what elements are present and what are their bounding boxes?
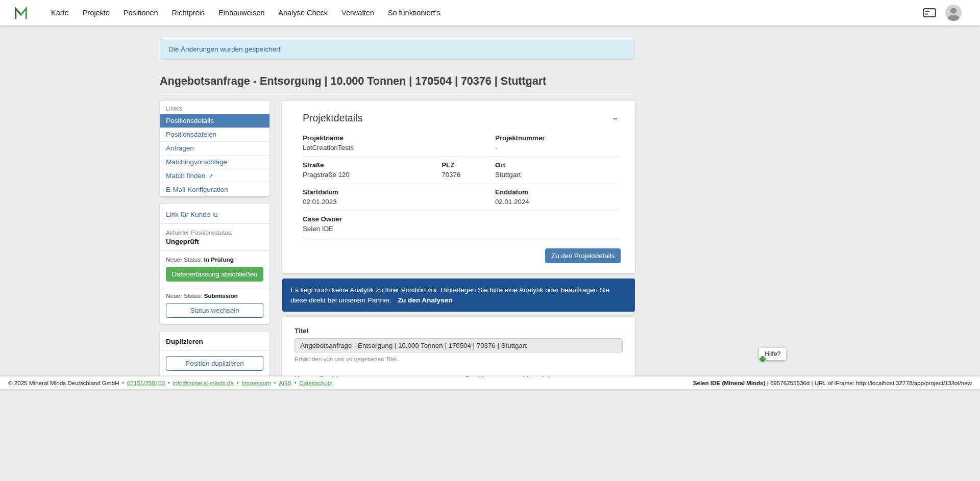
status-divider <box>160 223 270 224</box>
sidebar-item-anfragen[interactable]: Anfragen <box>160 142 270 156</box>
project-field-case-owner: Case OwnerSelen IDE <box>303 215 621 233</box>
footer-datenschutz-link[interactable]: Datenschutz <box>299 379 332 386</box>
new-status-label: Neuer Status: <box>166 256 202 263</box>
footer-left: © 2025 Mineral Minds Deutschland GmbH•07… <box>8 379 332 386</box>
current-status-value: Ungeprüft <box>166 238 263 245</box>
status-card: Link für Kunde⧉ Aktueller Positionsstatu… <box>160 204 270 324</box>
sidebar-item-positionsdetails[interactable]: Positionsdetails <box>160 114 270 128</box>
footer-email-link[interactable]: info@mineral-minds.de <box>173 379 234 386</box>
project-field-enddatum: Enddatum02.01.2024 <box>495 188 621 206</box>
sidebar-item-label: Match finden <box>166 172 205 180</box>
user-avatar[interactable] <box>945 5 962 21</box>
server-icon[interactable] <box>923 8 936 17</box>
footer-iframe-info: | 69576255536d | URL of iFrame: http://l… <box>765 379 972 386</box>
field-value: 02.01.2024 <box>495 198 616 206</box>
field-label: Projektname <box>303 134 490 142</box>
title-input <box>295 338 623 352</box>
footer-agb-link[interactable]: AGB <box>279 379 291 386</box>
sidebar: LINKS PositionsdetailsPositionsdateienAn… <box>160 101 270 376</box>
nav-item-analyse-check[interactable]: Analyse Check <box>278 9 328 17</box>
save-success-alert: Die Änderungen wurden gespeichert <box>160 39 635 60</box>
sidebar-item-positionsdateien[interactable]: Positionsdateien <box>160 128 270 142</box>
finish-data-entry-button[interactable]: Datenerfassung abschließen <box>166 267 263 282</box>
field-label: Startdatum <box>303 188 490 196</box>
project-field-projektname: ProjektnameLotCreationTests <box>303 134 495 151</box>
project-field-projektnummer: Projektnummer- <box>495 134 621 151</box>
footer-copyright: © 2025 Mineral Minds Deutschland GmbH <box>8 379 119 386</box>
sidebar-item-match-finden[interactable]: Match finden↗ <box>160 169 270 183</box>
external-link-icon: ↗ <box>208 173 213 179</box>
sidebar-item-e-mail-konfiguration[interactable]: E-Mail Konfiguration <box>160 183 270 196</box>
main-content: Projektdetails – ProjektnameLotCreationT… <box>282 101 635 376</box>
sidebar-links-card: LINKS PositionsdetailsPositionsdateienAn… <box>160 101 270 196</box>
nav-item-karte[interactable]: Karte <box>51 9 69 17</box>
analytics-banner: Es liegt noch keine Analytik zu Ihrer Po… <box>282 279 635 312</box>
duplicate-position-button[interactable]: Position duplizieren <box>166 356 263 371</box>
nav-item-einbauweisen[interactable]: Einbauweisen <box>218 9 264 17</box>
page-title: Angebotsanfrage - Entsorgung | 10.000 To… <box>160 75 635 88</box>
new-status-line: Neuer Status:Submission <box>166 292 263 299</box>
new-status-value: In Prüfung <box>204 256 233 263</box>
sidebar-item-matchingvorschläge[interactable]: Matchingvorschläge <box>160 156 270 169</box>
project-details-link-button[interactable]: Zu den Projektdetails <box>545 248 621 263</box>
field-value: LotCreationTests <box>303 144 490 151</box>
field-value: Stuttgart <box>495 171 616 179</box>
nav-item-richtpreis[interactable]: Richtpreis <box>172 9 205 17</box>
field-label: Case Owner <box>303 215 616 223</box>
field-value: 70376 <box>442 171 490 179</box>
project-field-startdatum: Startdatum02.01.2023 <box>303 188 495 206</box>
project-detail-row: StraßePragstraße 120PLZ70376OrtStuttgart <box>303 157 621 184</box>
footer-separator: • <box>237 380 239 386</box>
sidebar-item-label: Matchingvorschläge <box>166 158 227 166</box>
sidebar-item-label: Anfragen <box>166 144 194 152</box>
collapse-button[interactable]: – <box>610 112 621 125</box>
footer-separator: • <box>122 380 124 386</box>
nav-item-projekte[interactable]: Projekte <box>83 9 110 17</box>
customer-link-label: Link für Kunde <box>166 211 210 218</box>
project-details-title: Projektdetails <box>303 112 362 124</box>
footer-separator: • <box>168 380 170 386</box>
project-detail-row: ProjektnameLotCreationTestsProjektnummer… <box>303 130 621 157</box>
brand-logo[interactable] <box>13 5 29 20</box>
project-details-header: Projektdetails – <box>303 112 621 125</box>
field-label: Ort <box>495 161 616 169</box>
help-button[interactable]: Hilfe? <box>759 348 786 360</box>
switch-status-button[interactable]: Status wechseln <box>166 303 263 318</box>
customer-link[interactable]: Link für Kunde⧉ <box>166 211 218 218</box>
nav-item-verwalten[interactable]: Verwalten <box>341 9 374 17</box>
footer-phone-link[interactable]: 07151/250100 <box>127 379 165 386</box>
sidebar-item-label: E-Mail Konfiguration <box>166 186 228 193</box>
status-divider <box>160 287 270 287</box>
sidebar-item-label: Positionsdateien <box>166 131 216 138</box>
project-details-rows: ProjektnameLotCreationTestsProjektnummer… <box>303 130 621 238</box>
content-columns: LINKS PositionsdetailsPositionsdateienAn… <box>160 101 635 376</box>
project-actions: Zu den Projektdetails <box>303 248 621 263</box>
top-navbar: KarteProjektePositionenRichtpreisEinbauw… <box>0 0 980 26</box>
navbar-right <box>923 5 967 21</box>
nav-item-so-funktioniert-s[interactable]: So funktioniert's <box>388 9 440 17</box>
content-viewport: Die Änderungen wurden gespeichert Angebo… <box>0 26 980 376</box>
status-divider <box>160 250 270 251</box>
analytics-link[interactable]: Zu den Analysen <box>398 296 453 304</box>
duplicate-card: Duplizieren Position duplizieren <box>160 332 270 376</box>
project-field-ort: OrtStuttgart <box>495 161 621 179</box>
field-label: PLZ <box>442 161 490 169</box>
new-status-label: Neuer Status: <box>166 292 202 299</box>
new-status-value: Submission <box>204 292 237 299</box>
project-field-plz: PLZ70376 <box>442 161 495 179</box>
footer-impressum-link[interactable]: Impressum <box>241 379 271 386</box>
title-divider <box>160 95 635 95</box>
title-field-label: Titel <box>295 327 623 335</box>
project-detail-row: Case OwnerSelen IDE <box>303 211 621 238</box>
footer-separator: • <box>295 380 297 386</box>
position-form-card: Titel Erhält den von uns vorgegebenen Ti… <box>282 317 635 376</box>
field-label: Enddatum <box>495 188 616 196</box>
footer-right: Selen IDE (Mineral Minds) | 69576255536d… <box>693 379 972 386</box>
sidebar-item-label: Positionsdetails <box>166 117 214 124</box>
links-header: LINKS <box>160 101 270 114</box>
footer-user: Selen IDE (Mineral Minds) <box>693 379 766 386</box>
title-help-text: Erhält den von uns vorgegebenen Titel. <box>295 356 623 362</box>
page-container: Die Änderungen wurden gespeichert Angebo… <box>160 39 635 376</box>
sidebar-link-list: PositionsdetailsPositionsdateienAnfragen… <box>160 114 270 196</box>
nav-item-positionen[interactable]: Positionen <box>124 9 158 17</box>
